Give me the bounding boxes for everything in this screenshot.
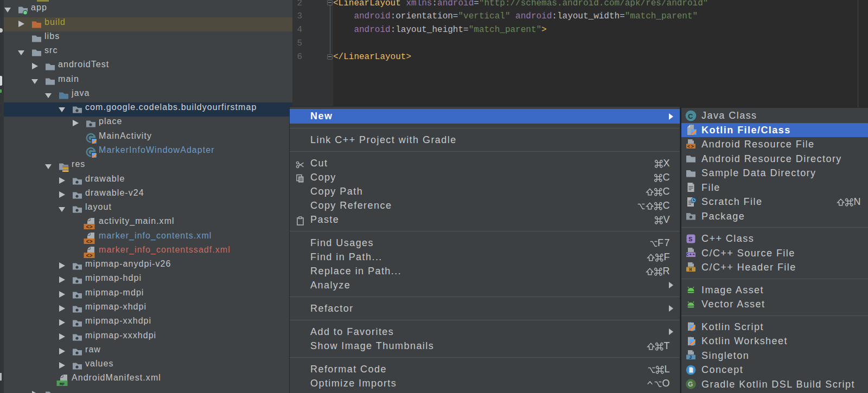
- svg-text:MF: MF: [60, 382, 65, 386]
- svg-text:S: S: [688, 236, 693, 242]
- svg-text:<>: <>: [86, 224, 92, 230]
- svg-text:<>: <>: [687, 144, 695, 149]
- svg-text:<>: <>: [86, 239, 92, 244]
- svg-text:H: H: [689, 267, 693, 273]
- svg-text:<>: <>: [86, 253, 92, 259]
- svg-text:J: J: [689, 355, 693, 360]
- svg-text:C++: C++: [686, 253, 696, 257]
- svg-text:C: C: [688, 112, 694, 120]
- svg-text:G: G: [688, 381, 694, 389]
